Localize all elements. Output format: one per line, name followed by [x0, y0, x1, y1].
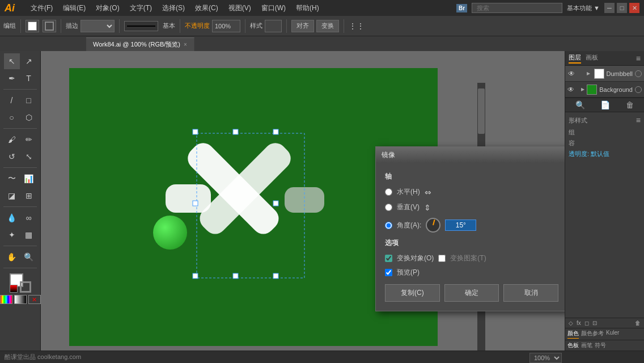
polygon-tool[interactable]: ⬡	[21, 109, 37, 125]
panel-menu-icon[interactable]: ≡	[636, 54, 641, 63]
options-section-title: 选项	[385, 238, 558, 248]
hand-tool[interactable]: ✋	[4, 249, 20, 265]
menu-file[interactable]: 文件(F)	[26, 2, 57, 14]
symbol-tool[interactable]: ✦	[4, 227, 20, 243]
ellipse-tool[interactable]: ○	[4, 109, 20, 125]
layer-select-background[interactable]	[635, 86, 642, 93]
mesh-tool[interactable]: ⊞	[21, 188, 37, 204]
text-tool[interactable]: T	[21, 70, 37, 86]
none-btn[interactable]: ×	[28, 295, 41, 304]
rotate-tool[interactable]: ↺	[4, 149, 20, 164]
pen-tool[interactable]: ✒	[4, 70, 20, 86]
warp-tool[interactable]: 〜	[4, 171, 20, 187]
menu-object[interactable]: 对象(O)	[91, 2, 124, 14]
color-mode-btn[interactable]	[0, 295, 12, 304]
kuler-tab[interactable]: Kuler	[606, 330, 619, 339]
menu-effect[interactable]: 效果(C)	[190, 2, 223, 14]
eye-icon-dumbbell[interactable]: 👁	[567, 69, 575, 78]
search-input[interactable]	[472, 3, 562, 13]
swatches-tab[interactable]: 色板	[567, 341, 579, 349]
panel-tabs: 图层 画板	[569, 53, 598, 64]
symbols-tab[interactable]: 符号	[595, 341, 606, 349]
stroke-select[interactable]	[80, 20, 115, 32]
menu-select[interactable]: 选择(S)	[158, 2, 189, 14]
menu-text[interactable]: 文字(T)	[125, 2, 156, 14]
rect-tool[interactable]: □	[21, 92, 37, 108]
expand-icon-background[interactable]: ▶	[581, 87, 584, 92]
angle-radio[interactable]	[385, 222, 392, 229]
minimize-button[interactable]: ─	[604, 3, 615, 13]
default-colors[interactable]	[10, 285, 18, 293]
handle-tl[interactable]	[193, 129, 198, 134]
pencil-tool[interactable]: ✏	[21, 132, 37, 147]
fill-swatch[interactable]	[26, 20, 39, 32]
more-options-icon[interactable]: ⋮⋮	[349, 22, 365, 31]
expand-icon-dumbbell[interactable]: ▶	[587, 71, 592, 76]
scrollbar-thumb[interactable]	[478, 88, 485, 134]
layer-select-dumbbell[interactable]	[635, 70, 642, 77]
layer-color-background	[587, 85, 597, 95]
transform-objects-checkbox[interactable]	[385, 255, 392, 262]
opacity-prop: 透明度: 默认值	[569, 150, 641, 158]
brushes-tab[interactable]: 画笔	[581, 341, 592, 349]
handle-bl[interactable]	[193, 273, 198, 278]
handle-tr[interactable]	[273, 129, 278, 134]
opacity-input[interactable]	[212, 20, 240, 32]
graph-tool[interactable]: 📊	[21, 171, 37, 187]
align-button[interactable]: 对齐	[291, 20, 314, 32]
eyedropper-tool[interactable]: 💧	[4, 210, 20, 226]
brush-tool[interactable]: 🖌	[4, 132, 20, 147]
titlebar-left: Ai 文件(F) 编辑(E) 对象(O) 文字(T) 选择(S) 效果(C) 视…	[5, 2, 324, 14]
vertical-radio[interactable]	[385, 204, 392, 211]
color-reference-tab[interactable]: 颜色参考	[581, 330, 604, 339]
zoom-select[interactable]: 100%	[529, 353, 562, 363]
handle-bm[interactable]	[233, 273, 238, 278]
stroke-swatch[interactable]	[43, 20, 56, 32]
cancel-button[interactable]: 取消	[503, 284, 558, 302]
eye-icon-background[interactable]: 👁	[567, 85, 574, 94]
toolbar: 编组 描边 基本 不透明度 样式 对齐 变换 ⋮⋮	[0, 16, 644, 36]
menu-view[interactable]: 视图(V)	[224, 2, 256, 14]
direct-select-tool[interactable]: ↗	[21, 53, 37, 69]
close-button[interactable]: ✕	[629, 3, 639, 13]
handle-ml[interactable]	[193, 201, 198, 206]
color-tab[interactable]: 颜色	[567, 330, 579, 339]
blend-tool[interactable]: ∞	[21, 210, 37, 226]
tab-close-icon[interactable]: ×	[184, 41, 187, 48]
zoom-tool[interactable]: 🔍	[21, 249, 37, 265]
maximize-button[interactable]: □	[617, 3, 627, 13]
new-layer-button[interactable]: 📄	[600, 100, 610, 109]
ok-button[interactable]: 确定	[444, 284, 499, 302]
handle-tm[interactable]	[233, 129, 238, 134]
line-tool[interactable]: /	[4, 92, 20, 108]
horizontal-radio[interactable]	[385, 188, 392, 196]
layer-item-dumbbell[interactable]: 👁 ▶ Dumbbell	[565, 66, 644, 82]
gradient-tool[interactable]: ◪	[4, 188, 20, 204]
stroke-color[interactable]	[20, 281, 31, 293]
delete-layer-button[interactable]: 🗑	[626, 100, 634, 109]
handle-mr[interactable]	[273, 201, 278, 206]
select-tool[interactable]: ↖	[4, 53, 20, 69]
locate-layer-button[interactable]: 🔍	[575, 100, 585, 109]
transform-button[interactable]: 变换	[316, 20, 339, 32]
transform-pattern-checkbox[interactable]	[438, 255, 446, 262]
tab-filename: Work84.ai @ 100% (RGB/预览)	[93, 40, 180, 49]
copy-button[interactable]: 复制(C)	[385, 284, 440, 302]
menu-edit[interactable]: 编辑(E)	[58, 2, 90, 14]
style-preview[interactable]	[265, 20, 282, 32]
preview-checkbox[interactable]	[385, 269, 392, 276]
artboards-tab[interactable]: 画板	[586, 53, 598, 64]
angle-input[interactable]: 15°	[445, 220, 476, 231]
right-panel-trash[interactable]: 🗑	[635, 320, 641, 326]
scale-tool[interactable]: ⤡	[21, 149, 37, 164]
fill-stroke-control[interactable]	[10, 273, 31, 293]
menu-window[interactable]: 窗口(W)	[257, 2, 290, 14]
handle-br[interactable]	[273, 273, 278, 278]
gradient-btn[interactable]	[14, 295, 27, 304]
menu-help[interactable]: 帮助(H)	[291, 2, 324, 14]
document-tab[interactable]: Work84.ai @ 100% (RGB/预览) ×	[86, 37, 194, 51]
properties-menu-icon[interactable]: ≡	[636, 116, 641, 125]
column-tool[interactable]: ▦	[21, 227, 37, 243]
layer-item-background[interactable]: 👁 ▶ Background	[565, 82, 644, 98]
layers-tab[interactable]: 图层	[569, 53, 581, 64]
